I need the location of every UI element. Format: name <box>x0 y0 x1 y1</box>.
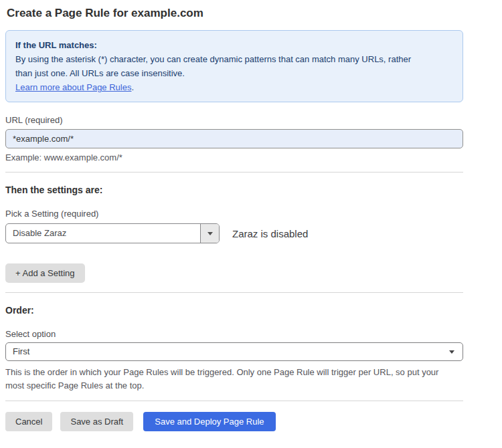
info-box-heading: If the URL matches: <box>15 38 453 52</box>
url-example-hint: Example: www.example.com/* <box>5 152 463 163</box>
save-draft-button[interactable]: Save as Draft <box>60 412 133 431</box>
save-deploy-button[interactable]: Save and Deploy Page Rule <box>143 412 275 431</box>
select-option-label: Select option <box>5 329 463 339</box>
setting-row: Disable Zaraz Zaraz is disabled <box>5 223 463 243</box>
order-section-heading: Order: <box>5 305 463 316</box>
section-divider <box>5 401 463 401</box>
info-box-body: By using the asterisk (*) character, you… <box>15 52 417 80</box>
link-period: . <box>131 82 134 92</box>
order-help-text: This is the order in which your Page Rul… <box>5 366 447 393</box>
setting-select-value: Disable Zaraz <box>6 224 200 243</box>
url-input[interactable] <box>5 129 463 148</box>
chevron-down-icon <box>207 232 213 235</box>
url-match-info-box: If the URL matches: By using the asteris… <box>5 30 463 102</box>
order-select-value: First <box>6 343 463 360</box>
settings-section-heading: Then the settings are: <box>5 185 463 196</box>
section-divider <box>5 292 463 293</box>
section-divider <box>5 172 463 173</box>
learn-more-link[interactable]: Learn more about Page Rules <box>15 82 131 92</box>
create-page-rule-form: Create a Page Rule for example.com If th… <box>0 0 502 431</box>
url-label: URL (required) <box>5 115 463 125</box>
info-box-link-line: Learn more about Page Rules. <box>15 80 453 94</box>
form-footer: Cancel Save as Draft Save and Deploy Pag… <box>5 412 463 431</box>
order-select[interactable]: First <box>5 342 463 361</box>
chevron-down-icon <box>449 350 454 354</box>
add-setting-button[interactable]: + Add a Setting <box>5 263 85 283</box>
page-title: Create a Page Rule for example.com <box>7 7 463 20</box>
setting-select[interactable]: Disable Zaraz <box>5 223 220 243</box>
pick-setting-label: Pick a Setting (required) <box>5 209 463 219</box>
setting-select-arrow-button[interactable] <box>200 224 219 243</box>
cancel-button[interactable]: Cancel <box>5 412 52 431</box>
setting-status-text: Zaraz is disabled <box>232 228 308 239</box>
